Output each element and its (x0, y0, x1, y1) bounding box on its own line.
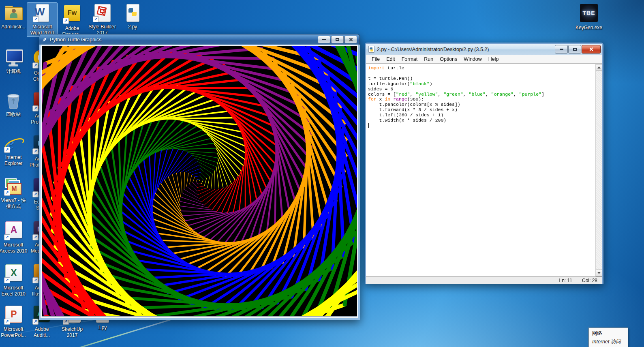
ms-access-2010-label: Microsoft Access 2010 (0, 242, 28, 254)
keygen-exe-icon: TBE (579, 4, 599, 24)
maximize-button[interactable] (331, 36, 344, 43)
idle-menubar: FileEditFormatRunOptionsWindowHelp (366, 55, 602, 64)
code-line: import turtle (368, 66, 596, 71)
1py-file-label: 1.py (87, 325, 117, 331)
desktop-icon-computer[interactable]: 计算机 (0, 47, 28, 75)
desktop-icon-ms-powerpoint[interactable]: P↗Microsoft PowerPoi... (0, 303, 28, 339)
menu-help[interactable]: Help (485, 56, 502, 63)
shortcut-arrow-icon: ↗ (32, 319, 39, 325)
desktop-icon-ms-excel-2010[interactable]: X↗Microsoft Excel 2010 (0, 262, 28, 298)
shortcut-arrow-icon: ↗ (32, 62, 39, 69)
views7-shortcut-icon: M↗ (4, 177, 23, 196)
minimize-button[interactable] (555, 45, 568, 54)
shortcut-arrow-icon: ↗ (4, 319, 10, 325)
turtle-window-titlebar[interactable]: Python Turtle Graphics (39, 34, 360, 45)
menu-window[interactable]: Window (460, 56, 485, 63)
feather-icon (42, 37, 47, 43)
shortcut-arrow-icon: ↗ (4, 234, 10, 240)
code-line: t.width(x * sides / 200) (368, 118, 596, 123)
menu-run[interactable]: Run (421, 56, 436, 63)
keygen-exe-label: KeyGen.exe (574, 25, 604, 31)
shortcut-arrow-icon: ↗ (4, 147, 10, 153)
desktop-icon-internet-explorer[interactable]: e↗Internet Explorer (0, 133, 28, 167)
shortcut-arrow-icon: ↗ (93, 16, 99, 22)
desktop-icon-views7-shortcut[interactable]: M↗Views7 - 快 捷方式 (0, 176, 28, 210)
turtle-canvas-frame (41, 45, 358, 318)
shortcut-arrow-icon: ↗ (4, 277, 10, 283)
idle-statusbar: Ln: 11 Col: 28 (366, 276, 602, 284)
ms-word-2010-icon: W↗ (32, 3, 52, 23)
desktop-icon-ms-access-2010[interactable]: A↗Microsoft Access 2010 (0, 219, 28, 255)
arrow-down-icon (597, 272, 601, 274)
ms-powerpoint-icon: P↗ (4, 306, 23, 325)
ms-excel-2010-label: Microsoft Excel 2010 (0, 285, 28, 297)
ms-access-2010-icon: A↗ (4, 221, 23, 241)
idle-editor-window: 2.py - C:/Users/Administrator/Desktop/2.… (365, 43, 603, 284)
menu-format[interactable]: Format (398, 56, 421, 63)
idle-editor-area[interactable]: import turtle t = turtle.Pen()turtle.bgc… (366, 64, 602, 276)
2py-file-label: 2.py (118, 24, 148, 30)
text-cursor (368, 123, 369, 128)
network-tooltip: 网络 Internet 访问 (588, 328, 628, 347)
desktop-icon-style-builder-2017[interactable]: ↗Style Builder 2017 (87, 2, 117, 37)
shortcut-arrow-icon: ↗ (32, 105, 39, 111)
turtle-window-controls (318, 36, 357, 43)
close-button[interactable] (582, 45, 601, 54)
shortcut-arrow-icon: ↗ (32, 191, 39, 197)
minimize-button[interactable] (318, 36, 330, 43)
desktop-icon-ms-word-2010[interactable]: W↗Microsoft Word 2010 (27, 2, 58, 37)
views7-shortcut-label: Views7 - 快 捷方式 (0, 197, 28, 210)
2py-file-icon (123, 3, 142, 23)
computer-label: 计算机 (0, 69, 28, 75)
menu-edit[interactable]: Edit (383, 56, 398, 63)
desktop-icon-adobe-fireworks[interactable]: Fw↗Adobe Firewor... (57, 2, 87, 39)
network-tooltip-subtitle: Internet 访问 (592, 338, 625, 345)
code-text: import turtle t = turtle.Pen()turtle.bgc… (366, 64, 596, 276)
close-button[interactable] (344, 36, 357, 43)
shortcut-arrow-icon: ↗ (33, 16, 39, 22)
adobe-audition-label: Adobe Auditi... (27, 326, 57, 338)
sketchup-2017-label: SketchUp 2017 (57, 326, 87, 338)
ms-excel-2010-icon: X↗ (4, 264, 23, 284)
maximize-button[interactable] (568, 45, 581, 54)
turtle-window-title: Python Turtle Graphics (50, 37, 318, 43)
shortcut-arrow-icon: ↗ (63, 18, 69, 24)
arrow-up-icon (597, 66, 601, 69)
desktop-icon-recycle-bin[interactable]: 回收站 (0, 90, 28, 118)
desktop: Administr...W↗Microsoft Word 2010Fw↗Adob… (0, 0, 644, 347)
idle-scrollbar[interactable] (595, 64, 602, 276)
turtle-graphics-window: Python Turtle Graphics (39, 34, 360, 320)
status-line-indicator: Ln: 11 (559, 278, 572, 283)
style-builder-2017-icon: ↗ (92, 3, 112, 23)
computer-icon (4, 48, 23, 67)
adobe-fireworks-icon: Fw↗ (62, 5, 82, 24)
administrator-label: Administr... (0, 24, 28, 30)
scroll-up-button[interactable] (596, 64, 602, 71)
code-line: turtle.bgcolor("black") (368, 81, 596, 87)
desktop-icon-keygen-exe[interactable]: TBEKeyGen.exe (574, 2, 604, 32)
menu-options[interactable]: Options (436, 56, 460, 63)
turtle-window-body (39, 45, 360, 320)
ms-powerpoint-label: Microsoft PowerPoi... (0, 326, 28, 338)
recycle-bin-label: 回收站 (0, 111, 28, 118)
idle-titlebar[interactable]: 2.py - C:/Users/Administrator/Desktop/2.… (366, 44, 602, 55)
shortcut-arrow-icon: ↗ (32, 234, 39, 240)
idle-window-title: 2.py - C:/Users/Administrator/Desktop/2.… (377, 47, 555, 52)
shortcut-arrow-icon: ↗ (32, 148, 39, 154)
status-col-indicator: Col: 28 (582, 278, 597, 283)
shortcut-arrow-icon: ↗ (32, 277, 39, 283)
idle-file-icon (368, 46, 374, 53)
internet-explorer-label: Internet Explorer (0, 154, 28, 167)
idle-window-controls (555, 45, 601, 54)
scroll-down-button[interactable] (596, 270, 602, 276)
internet-explorer-icon: e↗ (4, 134, 23, 153)
turtle-canvas[interactable] (42, 46, 357, 316)
desktop-icon-administrator[interactable]: Administr... (0, 2, 28, 31)
administrator-icon (4, 3, 23, 23)
desktop-icon-2py-file[interactable]: 2.py (118, 2, 148, 31)
recycle-bin-icon (4, 91, 23, 110)
menu-file[interactable]: File (368, 56, 383, 63)
shortcut-arrow-icon: ↗ (4, 190, 10, 196)
network-tooltip-title: 网络 (592, 330, 625, 337)
